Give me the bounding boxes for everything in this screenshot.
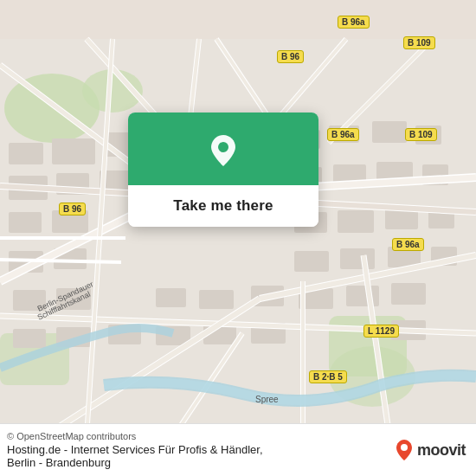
svg-point-86 bbox=[401, 444, 408, 451]
bottom-bar: © OpenStreetMap contributors Hosting.de … bbox=[0, 423, 476, 476]
map-container: Berlin-Spandauer Schifffahrtskanal Spree… bbox=[0, 0, 476, 476]
location-line1: Hosting.de - Internet Services Für Profi… bbox=[7, 443, 263, 456]
osm-attribution: © OpenStreetMap contributors bbox=[7, 431, 263, 441]
svg-rect-41 bbox=[13, 329, 46, 348]
svg-rect-24 bbox=[338, 210, 374, 233]
location-pin-icon bbox=[204, 132, 242, 170]
svg-rect-21 bbox=[9, 212, 42, 233]
svg-rect-6 bbox=[9, 143, 43, 164]
card-top bbox=[128, 113, 318, 185]
moovit-pin-icon bbox=[395, 438, 414, 462]
moovit-logo: moovit bbox=[395, 438, 466, 462]
road-label-b109-top: B 109 bbox=[403, 36, 435, 49]
road-label-b265: B 2·B 5 bbox=[309, 370, 347, 383]
svg-rect-35 bbox=[156, 288, 186, 307]
location-name: Hosting.de - Internet Services Für Profi… bbox=[7, 443, 263, 469]
svg-rect-40 bbox=[391, 283, 426, 305]
road-label-b96a-lower: B 96a bbox=[392, 238, 424, 251]
road-label-b96a-top: B 96a bbox=[338, 16, 370, 29]
svg-point-85 bbox=[218, 142, 228, 152]
road-label-l1129: L 1129 bbox=[363, 325, 399, 338]
svg-rect-29 bbox=[294, 251, 329, 272]
road-label-b96-top: B 96 bbox=[277, 50, 304, 63]
location-line2: Berlin - Brandenburg bbox=[7, 456, 111, 469]
road-label-b109-mid: B 109 bbox=[405, 128, 437, 141]
svg-rect-7 bbox=[52, 138, 95, 164]
svg-rect-36 bbox=[199, 290, 234, 309]
svg-rect-30 bbox=[340, 248, 375, 269]
svg-rect-12 bbox=[372, 121, 407, 143]
location-card: Take me there bbox=[128, 113, 318, 227]
svg-rect-39 bbox=[346, 286, 379, 306]
take-me-there-button[interactable]: Take me there bbox=[128, 185, 318, 227]
svg-text:Spree: Spree bbox=[255, 395, 279, 404]
bottom-left: © OpenStreetMap contributors Hosting.de … bbox=[7, 431, 263, 469]
road-label-b96a-mid: B 96a bbox=[327, 128, 359, 141]
road-label-b96-left: B 96 bbox=[59, 203, 86, 215]
moovit-brand-name: moovit bbox=[417, 441, 466, 460]
